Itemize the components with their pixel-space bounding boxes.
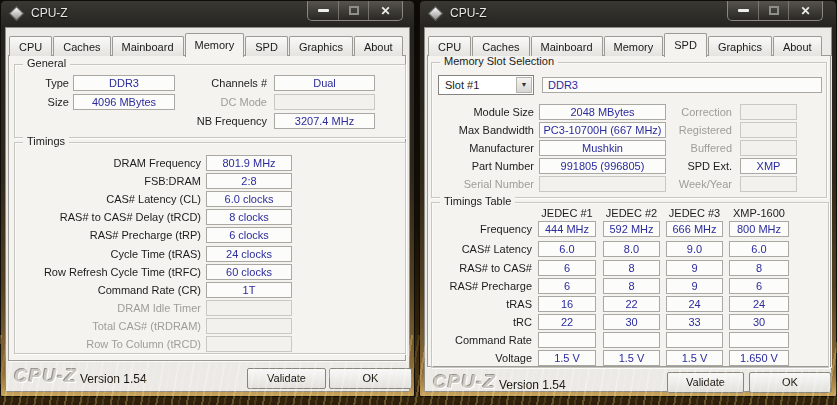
tab-graphics[interactable]: Graphics (289, 36, 353, 56)
tab-bar: CPU Caches Mainboard Memory SPD Graphics… (9, 31, 404, 56)
table-cell: 1.5 V (538, 350, 596, 366)
window-title: CPU-Z (31, 6, 68, 20)
timings-table-group-title: Timings Table (440, 195, 515, 207)
registered-label: Registered (632, 122, 732, 138)
version-text: Version 1.54 (499, 378, 566, 392)
week-year-label: Week/Year (632, 176, 732, 192)
cpuz-logo-icon (9, 6, 25, 22)
nb-frequency-label: NB Frequency (147, 113, 267, 129)
timing-value: 24 clocks (206, 246, 292, 262)
ok-button[interactable]: OK (749, 372, 831, 393)
type-label: Type (21, 75, 69, 91)
minimize-button[interactable] (308, 1, 338, 20)
frequency-row-label: Frequency (432, 221, 532, 237)
buffered-value (740, 140, 797, 156)
timings-table-group: Timings Table JEDEC #1 JEDEC #2 JEDEC #3… (431, 202, 829, 368)
tab-cpu[interactable]: CPU (428, 36, 471, 56)
channels-label: Channels # (147, 75, 267, 91)
client-area: CPU Caches Mainboard Memory SPD Graphics… (5, 27, 410, 392)
timing-value: 2:8 (206, 173, 292, 189)
timings-group-title: Timings (23, 135, 69, 147)
timing-value: 60 clocks (206, 264, 292, 280)
tab-graphics[interactable]: Graphics (708, 36, 772, 56)
dc-mode-value (274, 94, 375, 110)
cas-latency-row-label: CAS# Latency (432, 241, 532, 257)
table-cell (603, 332, 660, 348)
manufacturer-label: Manufacturer (432, 140, 534, 156)
maximize-button[interactable] (758, 1, 788, 20)
table-cell: 33 (666, 314, 723, 330)
tab-mainboard[interactable]: Mainboard (112, 36, 184, 56)
close-icon: ✕ (800, 4, 810, 18)
tab-about[interactable]: About (773, 36, 822, 56)
table-cell: 6.0 (729, 241, 789, 257)
ras-to-cas-row-label: RAS# to CAS# (432, 260, 532, 276)
close-button[interactable]: ✕ (788, 1, 822, 20)
column-header-jedec2: JEDEC #2 (603, 206, 660, 220)
registered-value (740, 122, 797, 138)
tab-spd[interactable]: SPD (245, 36, 288, 56)
window-controls: ✕ (727, 1, 823, 21)
ok-button[interactable]: OK (329, 368, 412, 389)
ras-precharge-row-label: RAS# Precharge (432, 278, 532, 294)
general-group-title: General (23, 57, 70, 69)
cpuz-memory-window: CPU-Z ✕ CPU Caches Mainboard Memory SPD … (0, 0, 415, 397)
window-title: CPU-Z (450, 6, 487, 20)
week-year-value (740, 176, 797, 192)
tab-bar: CPU Caches Mainboard Memory SPD Graphics… (428, 31, 823, 56)
table-cell: 30 (603, 314, 660, 330)
voltage-row-label: Voltage (432, 350, 532, 366)
timing-value: 6 clocks (206, 227, 292, 243)
slot-select-dropdown[interactable]: Slot #1 ▼ (438, 75, 534, 95)
timing-value: 6.0 clocks (206, 191, 292, 207)
cpuz-brand-logo: CPU-Z (14, 365, 77, 387)
timing-label: FSB:DRAM (19, 173, 201, 189)
column-header-jedec1: JEDEC #1 (538, 206, 596, 220)
timing-value: 1T (206, 282, 292, 298)
table-cell: 8 (729, 260, 789, 276)
maximize-button[interactable] (338, 1, 368, 20)
table-cell: 6 (538, 278, 596, 294)
table-cell: 16 (538, 296, 596, 312)
tab-caches[interactable]: Caches (53, 36, 110, 56)
memory-slot-group: Memory Slot Selection Slot #1 ▼ DDR3 Mod… (431, 62, 827, 198)
tab-about[interactable]: About (354, 36, 403, 56)
table-cell: 1.650 V (729, 350, 789, 366)
tab-cpu[interactable]: CPU (9, 36, 52, 56)
validate-button[interactable]: Validate (667, 372, 744, 393)
table-cell: 30 (729, 314, 789, 330)
tab-memory[interactable]: Memory (185, 33, 245, 57)
dc-mode-label: DC Mode (147, 94, 267, 110)
tab-mainboard[interactable]: Mainboard (531, 36, 603, 56)
buffered-label: Buffered (632, 140, 732, 156)
title-bar[interactable]: CPU-Z ✕ (1, 1, 414, 27)
minimize-button[interactable] (728, 1, 758, 20)
title-bar[interactable]: CPU-Z ✕ (420, 1, 836, 27)
tab-memory[interactable]: Memory (604, 36, 664, 56)
timing-label: Row Refresh Cycle Time (tRFC) (19, 264, 201, 280)
size-label: Size (21, 94, 69, 110)
chevron-down-icon[interactable]: ▼ (516, 77, 532, 93)
timings-group: Timings DRAM Frequency 801.9 MHz FSB:DRA… (14, 142, 406, 354)
table-cell: 9 (666, 260, 723, 276)
minimize-icon (738, 9, 749, 12)
close-button[interactable]: ✕ (368, 1, 402, 20)
timing-label: DRAM Idle Timer (19, 300, 201, 316)
column-header-xmp: XMP-1600 (729, 206, 789, 220)
maximize-icon (769, 6, 779, 15)
tab-caches[interactable]: Caches (472, 36, 529, 56)
validate-button[interactable]: Validate (247, 368, 326, 389)
timing-label: RAS# to CAS# Delay (tRCD) (19, 209, 201, 225)
timing-label: Command Rate (CR) (19, 282, 201, 298)
nb-frequency-value: 3207.4 MHz (274, 113, 375, 129)
timing-label: Total CAS# (tRDRAM) (19, 318, 201, 334)
timing-value (206, 300, 292, 316)
timing-label: RAS# Precharge (tRP) (19, 227, 201, 243)
window-controls: ✕ (307, 1, 403, 21)
table-cell: 22 (538, 314, 596, 330)
minimize-icon (318, 9, 329, 12)
table-cell: 24 (729, 296, 789, 312)
module-size-label: Module Size (432, 104, 534, 120)
max-bandwidth-label: Max Bandwidth (432, 122, 534, 138)
tab-spd[interactable]: SPD (664, 33, 707, 57)
